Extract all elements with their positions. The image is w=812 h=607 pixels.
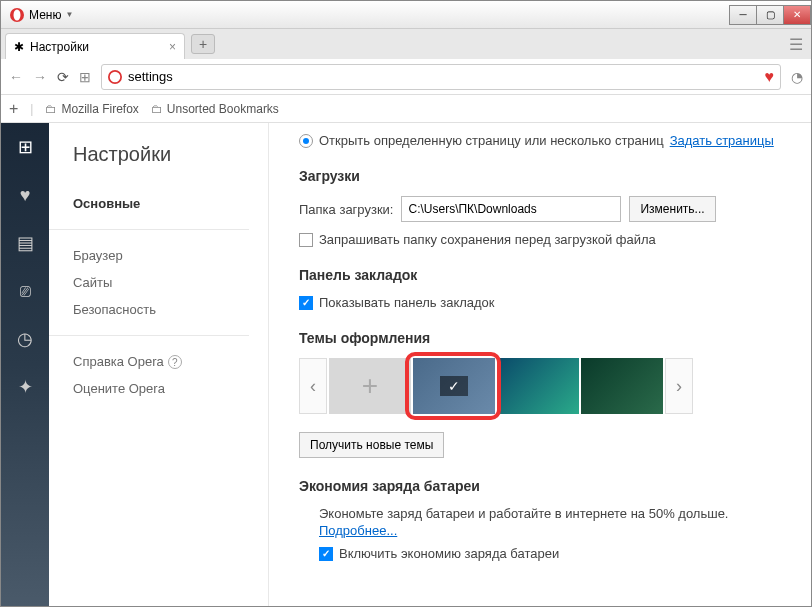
main-panel: Открыть определенную страницу или нескол…: [269, 123, 811, 606]
speed-dial-icon[interactable]: ⊞: [13, 135, 37, 159]
navigation-bar: ← → ⟳ ⊞ ♥ ◔: [1, 59, 811, 95]
extensions-icon[interactable]: ✦: [13, 375, 37, 399]
themes-heading: Темы оформления: [299, 330, 791, 346]
menu-label: Меню: [29, 8, 61, 22]
nav-item-rate[interactable]: Оцените Opera: [73, 375, 268, 402]
bookmark-folder[interactable]: 🗀Unsorted Bookmarks: [151, 102, 279, 116]
new-tab-button[interactable]: +: [191, 34, 215, 54]
opera-logo-icon: [9, 7, 25, 23]
ask-folder-label: Запрашивать папку сохранения перед загру…: [319, 232, 656, 247]
theme-thumbnail-2[interactable]: [497, 358, 579, 414]
svg-point-2: [109, 70, 121, 82]
heart-icon[interactable]: ♥: [765, 68, 775, 86]
minimize-button[interactable]: ─: [729, 5, 757, 25]
address-input[interactable]: [128, 69, 759, 84]
nav-item-browser[interactable]: Браузер: [73, 242, 268, 269]
nav-item-security[interactable]: Безопасность: [73, 296, 268, 323]
tab-menu-button[interactable]: ☰: [789, 35, 803, 54]
show-bookmarks-checkbox[interactable]: [299, 296, 313, 310]
battery-more-link[interactable]: Подробнее...: [319, 523, 397, 538]
add-bookmark-button[interactable]: +: [9, 100, 18, 118]
bookmarks-icon[interactable]: ♥: [13, 183, 37, 207]
sidebar: ⊞ ♥ ▤ ⎚ ◷ ✦: [1, 123, 49, 606]
help-icon: ?: [168, 355, 182, 369]
nav-item-sites[interactable]: Сайты: [73, 269, 268, 296]
theme-thumbnail-3[interactable]: [581, 358, 663, 414]
folder-icon: 🗀: [45, 102, 57, 116]
radio-open-pages[interactable]: [299, 134, 313, 148]
battery-enable-label: Включить экономию заряда батареи: [339, 546, 559, 561]
news-icon[interactable]: ▤: [13, 231, 37, 255]
opera-menu-button[interactable]: Меню ▼: [1, 7, 81, 23]
radio-label: Открыть определенную страницу или нескол…: [319, 133, 664, 148]
nav-item-basic[interactable]: Основные: [73, 190, 268, 217]
battery-heading: Экономия заряда батареи: [299, 478, 791, 494]
window-titlebar: Меню ▼ ─ ▢ ✕: [1, 1, 811, 29]
chevron-down-icon: ▼: [65, 10, 73, 19]
themes-carousel: ‹ + ✓ ›: [299, 358, 791, 414]
folder-icon: 🗀: [151, 102, 163, 116]
window-controls: ─ ▢ ✕: [730, 5, 811, 25]
theme-next-button[interactable]: ›: [665, 358, 693, 414]
opera-o-icon: [108, 70, 122, 84]
downloads-icon[interactable]: ◔: [791, 69, 803, 85]
theme-add-button[interactable]: +: [329, 358, 411, 414]
close-button[interactable]: ✕: [783, 5, 811, 25]
svg-point-1: [14, 9, 21, 20]
theme-thumbnail-1[interactable]: ✓: [413, 358, 495, 414]
maximize-button[interactable]: ▢: [756, 5, 784, 25]
speed-dial-button[interactable]: ⊞: [79, 69, 91, 85]
settings-navigation: Настройки Основные Браузер Сайты Безопас…: [49, 123, 269, 606]
gear-icon: ✱: [14, 40, 24, 54]
forward-button[interactable]: →: [33, 69, 47, 85]
reload-button[interactable]: ⟳: [57, 69, 69, 85]
history-icon[interactable]: ◷: [13, 327, 37, 351]
theme-prev-button[interactable]: ‹: [299, 358, 327, 414]
tabs-icon[interactable]: ⎚: [13, 279, 37, 303]
tab-title: Настройки: [30, 40, 89, 54]
download-folder-label: Папка загрузки:: [299, 202, 393, 217]
bookmark-folder[interactable]: 🗀Mozilla Firefox: [45, 102, 138, 116]
download-folder-input[interactable]: [401, 196, 621, 222]
battery-enable-checkbox[interactable]: [319, 547, 333, 561]
tab-close-button[interactable]: ×: [169, 40, 176, 54]
tab-settings[interactable]: ✱ Настройки ×: [5, 33, 185, 59]
nav-item-help[interactable]: Справка Opera?: [73, 348, 268, 375]
back-button[interactable]: ←: [9, 69, 23, 85]
startup-option-row: Открыть определенную страницу или нескол…: [299, 133, 791, 148]
set-pages-link[interactable]: Задать страницы: [670, 133, 774, 148]
get-themes-button[interactable]: Получить новые темы: [299, 432, 444, 458]
bookmarks-heading: Панель закладок: [299, 267, 791, 283]
tab-bar: ✱ Настройки × + ☰: [1, 29, 811, 59]
downloads-heading: Загрузки: [299, 168, 791, 184]
change-folder-button[interactable]: Изменить...: [629, 196, 715, 222]
check-icon: ✓: [440, 376, 468, 396]
address-bar[interactable]: ♥: [101, 64, 781, 90]
settings-title: Настройки: [73, 143, 268, 166]
ask-folder-checkbox[interactable]: [299, 233, 313, 247]
bookmarks-bar: + | 🗀Mozilla Firefox 🗀Unsorted Bookmarks: [1, 95, 811, 123]
show-bookmarks-label: Показывать панель закладок: [319, 295, 495, 310]
battery-desc: Экономьте заряд батареи и работайте в ин…: [319, 506, 791, 521]
